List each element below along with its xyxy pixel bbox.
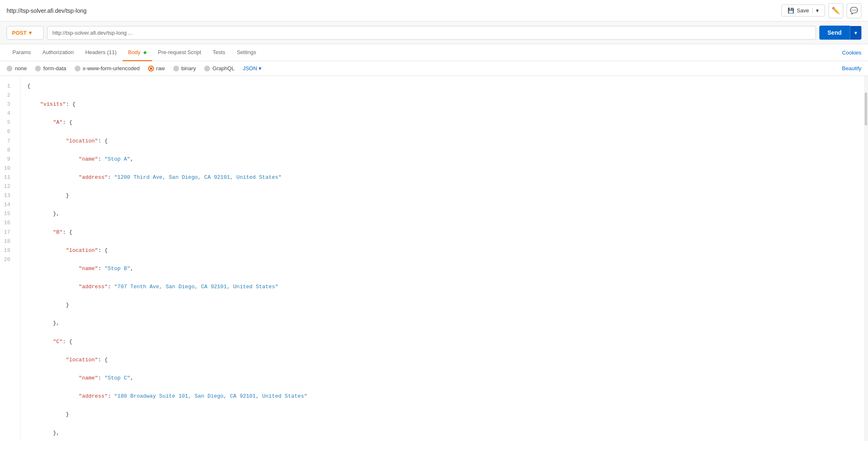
code-editor[interactable]: 1234567891011121314151617181920 { "visit… <box>0 76 868 441</box>
edit-button[interactable]: ✏️ <box>828 3 843 18</box>
code-line-1: { <box>27 82 857 91</box>
code-line-6: "address": "1200 Third Ave, San Diego, C… <box>27 173 857 182</box>
code-line-3: "A": { <box>27 118 857 127</box>
option-raw[interactable]: raw <box>148 65 165 71</box>
code-line-12: "address": "707 Tenth Ave, San Diego, CA… <box>27 282 857 292</box>
method-label: POST <box>12 30 26 36</box>
line-num-10: 10 <box>0 164 14 173</box>
option-urlencoded-label: x-www-form-urlencoded <box>83 65 140 71</box>
beautify-button[interactable]: Beautify <box>842 65 861 71</box>
scrollbar-thumb[interactable] <box>865 92 867 126</box>
radio-form-data[interactable] <box>35 66 41 71</box>
save-icon: 💾 <box>788 7 794 14</box>
body-dot <box>144 51 146 54</box>
code-line-4: "location": { <box>27 137 857 146</box>
option-none[interactable]: none <box>7 65 27 71</box>
code-line-17: "name": "Stop C", <box>27 374 857 383</box>
tab-authorization[interactable]: Authorization <box>37 44 80 61</box>
tab-tests[interactable]: Tests <box>207 44 231 61</box>
line-num-12: 12 <box>0 182 14 191</box>
option-binary-label: binary <box>182 65 196 71</box>
save-chevron-icon[interactable]: ▾ <box>812 7 819 14</box>
method-select[interactable]: POST ▾ <box>7 26 44 40</box>
page-title: http://tsp-solver.afi.dev/tsp-long <box>7 7 87 14</box>
radio-binary[interactable] <box>173 66 179 71</box>
method-chevron-icon: ▾ <box>29 30 32 36</box>
tab-prerequest[interactable]: Pre-request Script <box>152 44 207 61</box>
code-line-2: "visits": { <box>27 100 857 109</box>
line-num-5: 5 <box>0 118 14 127</box>
save-label: Save <box>797 7 809 14</box>
code-line-5: "name": "Stop A", <box>27 155 857 164</box>
tab-params[interactable]: Params <box>7 44 37 61</box>
line-num-8: 8 <box>0 146 14 155</box>
line-num-4: 4 <box>0 109 14 118</box>
line-num-2: 2 <box>0 91 14 100</box>
tab-headers[interactable]: Headers (11) <box>80 44 123 61</box>
line-num-14: 14 <box>0 200 14 209</box>
send-button-group: Send ▾ <box>819 26 861 40</box>
line-num-19: 19 <box>0 246 14 255</box>
option-form-data-label: form-data <box>43 65 66 71</box>
option-binary[interactable]: binary <box>173 65 196 71</box>
json-format-dropdown[interactable]: JSON ▾ <box>243 65 262 71</box>
line-num-6: 6 <box>0 127 14 136</box>
radio-none[interactable] <box>7 66 12 71</box>
comment-button[interactable]: 💬 <box>847 3 861 18</box>
tab-body[interactable]: Body <box>123 44 152 61</box>
line-num-9: 9 <box>0 155 14 164</box>
line-num-17: 17 <box>0 228 14 237</box>
line-num-7: 7 <box>0 137 14 146</box>
body-options-row: none form-data x-www-form-urlencoded raw… <box>0 61 868 76</box>
tabs-row: Params Authorization Headers (11) Body P… <box>0 44 868 61</box>
radio-raw[interactable] <box>148 66 154 71</box>
tab-settings[interactable]: Settings <box>231 44 262 61</box>
code-line-14: }, <box>27 319 857 328</box>
code-content[interactable]: { "visits": { "A": { "location": { "name… <box>21 76 864 441</box>
option-form-data[interactable]: form-data <box>35 65 66 71</box>
cookies-link[interactable]: Cookies <box>842 50 861 56</box>
url-input[interactable] <box>47 26 816 40</box>
line-num-15: 15 <box>0 209 14 218</box>
line-numbers: 1234567891011121314151617181920 <box>0 76 21 441</box>
code-line-7: } <box>27 191 857 200</box>
code-line-13: } <box>27 301 857 310</box>
option-graphql-label: GraphQL <box>212 65 234 71</box>
code-line-19: } <box>27 410 857 419</box>
code-line-18: "address": "180 Broadway Suite 101, San … <box>27 392 857 401</box>
comment-icon: 💬 <box>850 7 858 14</box>
line-num-18: 18 <box>0 237 14 246</box>
option-urlencoded[interactable]: x-www-form-urlencoded <box>75 65 140 71</box>
edit-icon: ✏️ <box>832 7 840 14</box>
json-format-label: JSON <box>243 65 257 71</box>
line-num-13: 13 <box>0 191 14 200</box>
line-num-1: 1 <box>0 82 14 91</box>
code-line-10: "location": { <box>27 246 857 255</box>
save-button[interactable]: 💾 Save ▾ <box>781 5 825 17</box>
scrollbar[interactable] <box>864 76 868 441</box>
title-actions: 💾 Save ▾ ✏️ 💬 <box>781 3 861 18</box>
line-num-20: 20 <box>0 255 14 264</box>
request-bar: POST ▾ Send ▾ <box>0 21 868 44</box>
code-line-20: }, <box>27 429 857 438</box>
code-line-11: "name": "Stop B", <box>27 264 857 273</box>
json-chevron-icon: ▾ <box>259 65 262 71</box>
option-raw-label: raw <box>156 65 165 71</box>
radio-graphql[interactable] <box>204 66 210 71</box>
option-graphql[interactable]: GraphQL <box>204 65 234 71</box>
radio-urlencoded[interactable] <box>75 66 80 71</box>
line-num-16: 16 <box>0 218 14 228</box>
line-num-3: 3 <box>0 100 14 109</box>
option-none-label: none <box>15 65 27 71</box>
code-line-16: "location": { <box>27 356 857 365</box>
code-line-15: "C": { <box>27 337 857 346</box>
title-bar: http://tsp-solver.afi.dev/tsp-long 💾 Sav… <box>0 0 868 21</box>
send-main-button[interactable]: Send <box>819 26 850 40</box>
code-line-9: "B": { <box>27 228 857 237</box>
line-num-11: 11 <box>0 173 14 182</box>
send-dropdown-button[interactable]: ▾ <box>850 26 861 40</box>
code-line-8: }, <box>27 209 857 218</box>
